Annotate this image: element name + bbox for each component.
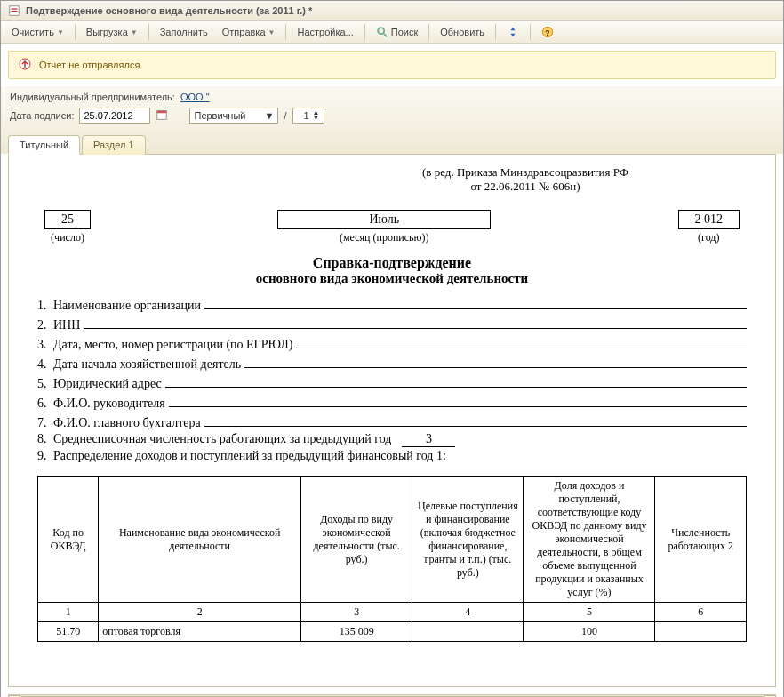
expand-button[interactable]: [501, 24, 524, 40]
data-table: Код по ОКВЭД Наименование вида экономиче…: [37, 476, 747, 642]
tabstrip: Титульный Раздел 1: [1, 134, 783, 154]
refresh-button[interactable]: Обновить: [435, 25, 490, 39]
app-window: Подтверждение основного вида деятельност…: [0, 0, 784, 697]
table-row: 51.70 оптовая торговля 135 009 100: [38, 622, 747, 642]
doc-title2: основного вида экономической деятельност…: [37, 271, 747, 286]
svg-rect-9: [157, 111, 167, 114]
ip-label: Индивидуальный предприниматель:: [10, 92, 175, 102]
svg-rect-2: [12, 11, 18, 12]
document: (в ред. Приказа Минздравсоцразвития РФ о…: [16, 162, 768, 645]
window-title: Подтверждение основного вида деятельност…: [26, 5, 312, 16]
sign-date-label: Дата подписи:: [10, 110, 74, 121]
date-month: Июль: [277, 210, 491, 229]
tab-title[interactable]: Титульный: [8, 135, 80, 155]
status-text: Отчет не отправлялся.: [39, 60, 142, 70]
sign-date-input[interactable]: [79, 108, 150, 124]
date-year-label: (год): [678, 231, 740, 244]
status-bar: Отчет не отправлялся.: [8, 51, 776, 79]
export-button[interactable]: Выгрузка▼: [81, 25, 143, 39]
date-boxes: 25 (число) Июль (месяц (прописью)) 2 012…: [37, 210, 747, 244]
fill-button[interactable]: Заполнить: [155, 25, 213, 39]
svg-text:?: ?: [545, 28, 549, 37]
toolbar: Очистить▼ Выгрузка▼ Заполнить Отправка▼ …: [1, 21, 783, 44]
date-day: 25: [44, 210, 91, 229]
doc-title1: Справка-подтверждение: [37, 255, 747, 271]
document-area[interactable]: (в ред. Приказа Минздравсоцразвития РФ о…: [8, 154, 776, 687]
form-area: Индивидуальный предприниматель: ООО " Да…: [1, 86, 783, 134]
date-month-label: (месяц (прописью)): [277, 231, 491, 244]
svg-rect-1: [12, 8, 18, 9]
search-icon: [376, 26, 388, 38]
app-icon: [8, 4, 20, 17]
date-day-label: (число): [44, 231, 91, 244]
date-year: 2 012: [678, 210, 740, 229]
help-icon: ?: [541, 26, 554, 38]
settings-button[interactable]: Настройка...: [292, 25, 358, 39]
search-button[interactable]: Поиск: [371, 24, 423, 40]
svg-point-3: [378, 28, 384, 34]
doc-meta1: (в ред. Приказа Минздравсоцразвития РФ: [304, 165, 747, 180]
svg-line-4: [384, 34, 388, 37]
tab-section1[interactable]: Раздел 1: [82, 135, 146, 155]
table-header-row: Код по ОКВЭД Наименование вида экономиче…: [38, 477, 747, 603]
send-button[interactable]: Отправка▼: [217, 25, 281, 39]
calendar-icon[interactable]: [156, 108, 168, 123]
type-select[interactable]: Первичный▼: [189, 108, 278, 124]
clear-button[interactable]: Очистить▼: [6, 25, 69, 39]
ip-link[interactable]: ООО ": [180, 92, 210, 102]
help-button[interactable]: ?: [536, 24, 559, 40]
status-icon: [18, 57, 32, 73]
doc-meta2: от 22.06.2011 № 606н): [304, 180, 747, 194]
titlebar: Подтверждение основного вида деятельност…: [1, 1, 783, 21]
table-num-row: 123456: [38, 603, 747, 622]
copy-spinner[interactable]: 1 ▲▼: [292, 108, 324, 124]
expand-icon: [507, 26, 519, 38]
